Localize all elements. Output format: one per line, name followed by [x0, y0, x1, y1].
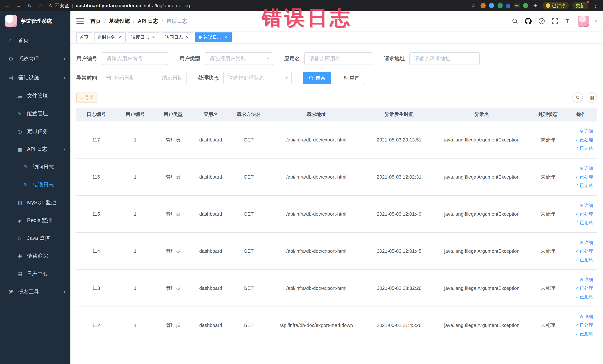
extension-icon-3[interactable] — [498, 3, 503, 8]
back-button[interactable]: ← — [4, 3, 11, 9]
sidebar-item-mysql-monitor[interactable]: ▥MySQL 监控 — [0, 194, 70, 211]
tab-scheduled-tasks[interactable]: 定时任务× — [94, 33, 126, 42]
log-detail-link[interactable]: ⊙详细 — [580, 314, 593, 320]
mark-ignored-link[interactable]: ✓已忽略 — [575, 331, 593, 337]
user-type-select[interactable]: 请选择用户类型 ▾ — [205, 52, 273, 65]
extensions-puzzle-icon[interactable]: ✦ — [532, 3, 539, 9]
sidebar-item-log-center[interactable]: ▤日志中心 — [0, 265, 70, 282]
update-alert-dot — [587, 1, 589, 3]
export-button[interactable]: ↓ 导出 — [76, 93, 98, 103]
extension-icon-4[interactable]: ▦ — [506, 3, 511, 9]
address-bar[interactable]: ⚠ 不安全 | dashboard.yudao.iocoder.cn/infra… — [48, 2, 466, 9]
mark-processed-link[interactable]: ✓已处理 — [575, 174, 593, 180]
sidebar-item-label: 系统管理 — [18, 55, 39, 62]
fullscreen-icon[interactable] — [551, 17, 559, 25]
sidebar-item-error-log[interactable]: ✎错误日志 — [0, 176, 70, 194]
tab-close-icon[interactable]: × — [223, 35, 228, 40]
tab-error-log[interactable]: 错误日志× — [195, 33, 232, 42]
tab-close-icon[interactable]: × — [185, 35, 190, 40]
breadcrumb-item-2[interactable]: API 日志 — [138, 18, 158, 25]
cell-user-id: 1 — [116, 307, 154, 344]
sidebar-item-dev-tools[interactable]: ⚒研发工具▾ — [0, 282, 70, 301]
security-warning-icon: ⚠ — [48, 3, 52, 8]
breadcrumb-item-1[interactable]: 基础设施 — [109, 18, 130, 25]
tab-home[interactable]: 首页 — [76, 33, 92, 42]
mark-processed-link[interactable]: ✓已处理 — [575, 322, 593, 328]
sidebar-logo[interactable]: 芋道管理系统 — [0, 11, 70, 31]
log-detail-link[interactable]: ⊙详细 — [580, 277, 593, 282]
home-button[interactable]: ⌂ — [37, 3, 45, 9]
github-icon[interactable] — [525, 17, 532, 25]
browser-menu-icon[interactable]: ⋮ — [592, 3, 599, 9]
cell-time: 2021-05-03 12:01:49 — [365, 195, 434, 233]
cell-app-name: dashboard — [192, 121, 229, 158]
mark-ignored-link-label: 已忽略 — [580, 294, 593, 300]
mark-processed-link[interactable]: ✓已处理 — [575, 211, 593, 217]
request-url-input[interactable] — [409, 52, 480, 65]
log-detail-link[interactable]: ⊙详细 — [580, 128, 593, 134]
mark-ignored-link[interactable]: ✓已忽略 — [575, 294, 593, 300]
cell-request-url: /api/infra/db-doc/export-html — [268, 158, 365, 195]
extension-icon-2[interactable] — [489, 3, 494, 8]
filter-process-status: 处理状态 请选择处理状态 ▾ — [198, 71, 292, 84]
extension-on-badge[interactable]: on — [514, 3, 520, 8]
search-button[interactable]: 搜索 — [303, 72, 331, 84]
sidebar-item-redis-monitor[interactable]: ◈Redis 监控 — [0, 211, 70, 229]
breadcrumb-item-0[interactable]: 首页 — [91, 18, 101, 25]
sidebar-item-config-management[interactable]: ✎配置管理 — [0, 105, 70, 122]
sidebar-toggle-button[interactable] — [76, 18, 84, 24]
tab-label: 访问日志 — [165, 34, 183, 40]
sidebar-item-system-management[interactable]: ⚙系统管理▾ — [0, 50, 70, 68]
log-detail-link[interactable]: ⊙详细 — [580, 240, 593, 246]
mark-ignored-link[interactable]: ✓已忽略 — [575, 145, 593, 151]
check-icon: ✓ — [575, 249, 579, 254]
app-name-input[interactable] — [304, 52, 373, 65]
mark-ignored-link[interactable]: ✓已忽略 — [575, 220, 593, 225]
log-detail-link[interactable]: ⊙详细 — [580, 165, 593, 171]
database-icon: ▥ — [16, 200, 23, 206]
user-id-input[interactable] — [102, 52, 168, 65]
user-avatar[interactable] — [578, 16, 589, 27]
cell-method: GET — [230, 158, 268, 195]
refresh-table-button[interactable]: ↻ — [572, 92, 583, 103]
process-status-select[interactable]: 请选择处理状态 ▾ — [223, 71, 292, 84]
mark-processed-link[interactable]: ✓已处理 — [575, 137, 593, 143]
sidebar-item-access-log[interactable]: ✎访问日志 — [0, 158, 70, 176]
download-icon: ↓ — [81, 95, 83, 100]
column-settings-button[interactable]: ▦ — [587, 92, 597, 103]
avatar-dropdown-caret-icon[interactable]: ▾ — [595, 19, 597, 23]
sidebar-item-infrastructure[interactable]: ▤基础设施▴ — [0, 68, 70, 87]
home-icon: ⌂ — [7, 37, 14, 43]
extension-icon-5[interactable] — [523, 3, 528, 8]
exception-time-range-picker[interactable]: 开始日期 - 结束日期 — [102, 71, 187, 84]
mark-ignored-link[interactable]: ✓已忽略 — [575, 182, 593, 188]
mark-processed-link[interactable]: ✓已处理 — [575, 248, 593, 254]
help-icon[interactable]: ? — [538, 17, 545, 25]
search-icon[interactable] — [511, 17, 519, 25]
sidebar-item-link-trace[interactable]: ◉链路追踪 — [0, 247, 70, 265]
breadcrumb-separator: / — [162, 18, 163, 24]
sidebar-item-java-monitor[interactable]: ♨Java 监控 — [0, 229, 70, 247]
forward-button[interactable]: → — [15, 3, 22, 9]
tab-access-log[interactable]: 访问日志× — [162, 33, 193, 42]
log-detail-link[interactable]: ⊙详细 — [580, 202, 593, 208]
tab-schedule-log[interactable]: 调度日志× — [128, 33, 159, 42]
sidebar-item-home[interactable]: ⌂首页 — [0, 31, 70, 50]
chevron-down-icon: ▾ — [267, 56, 269, 61]
reload-button[interactable]: ↻ — [26, 3, 33, 9]
extension-icon-1[interactable] — [480, 3, 486, 8]
mark-ignored-link[interactable]: ✓已忽略 — [575, 257, 593, 263]
font-size-icon[interactable]: TT — [565, 17, 572, 25]
tab-close-icon[interactable]: × — [117, 35, 122, 40]
mark-processed-link[interactable]: ✓已处理 — [575, 285, 593, 291]
error-log-table: 日志编号用户编号用户类型应用名请求方法名请求地址异常发生时间异常名处理状态操作1… — [76, 107, 597, 344]
gear-icon: ⚙ — [7, 56, 14, 62]
tab-close-icon[interactable]: × — [151, 35, 156, 40]
profile-paused-badge[interactable]: 已暂停 — [542, 2, 569, 9]
sidebar-item-file-management[interactable]: ☁文件管理 — [0, 87, 70, 105]
sidebar-item-scheduled-tasks[interactable]: ◷定时任务 — [0, 122, 70, 140]
reset-button[interactable]: ↻ 重置 — [338, 72, 365, 84]
browser-update-button[interactable]: 更新 — [572, 2, 588, 9]
sidebar-item-api-log[interactable]: ▣API 日志▴ — [0, 140, 70, 158]
bookmark-star-icon[interactable]: ☆ — [470, 3, 477, 9]
